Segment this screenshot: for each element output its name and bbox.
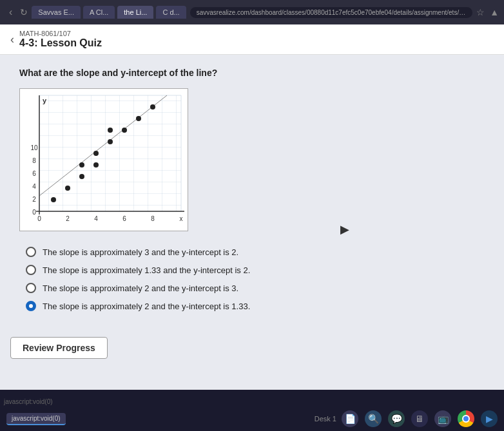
graph-container: 0 2 4 6 8 10 y 0 2 4 6 8 x: [19, 88, 188, 231]
svg-text:0: 0: [37, 215, 41, 222]
svg-text:4: 4: [32, 183, 36, 190]
svg-text:2: 2: [32, 196, 36, 203]
taskbar-search-icon[interactable]: 🔍: [365, 410, 382, 427]
browser-back-button[interactable]: ‹: [5, 5, 16, 19]
answer-choice-b[interactable]: The slope is approximately 1.33 and the …: [26, 265, 485, 275]
svg-text:4: 4: [94, 215, 98, 222]
browser-action-icons: ☆ ▲: [476, 7, 499, 17]
radio-c[interactable]: [26, 283, 36, 293]
graph-svg: 0 2 4 6 8 10 y 0 2 4 6 8 x: [20, 89, 188, 231]
browser-tab-4[interactable]: C d...: [156, 6, 186, 19]
header-info: MATH-8061/107 4-3: Lesson Quiz: [19, 30, 102, 49]
svg-point-26: [122, 128, 127, 133]
answer-choice-d[interactable]: The slope is approximately 2 and the y-i…: [26, 301, 485, 311]
answer-text-a: The slope is approximately 3 and the y-i…: [43, 247, 238, 257]
browser-bar: ‹ ↻ Savvas E... A Cl... the Li... C d...…: [0, 0, 504, 24]
review-progress-button[interactable]: Review Progress: [10, 337, 108, 359]
url-bar[interactable]: savvasrealize.com/dashboard/classes/0088…: [190, 7, 472, 18]
taskbar-file-icon[interactable]: 📄: [342, 410, 358, 427]
svg-point-24: [108, 139, 113, 144]
browser-tabs: Savvas E... A Cl... the Li... C d...: [32, 6, 186, 19]
taskbar-screen-icon[interactable]: 📺: [434, 410, 451, 427]
answer-choice-a[interactable]: The slope is approximately 3 and the y-i…: [26, 247, 485, 257]
main-content: What are the slope and y-intercept of th…: [0, 55, 504, 390]
svg-text:6: 6: [122, 215, 126, 222]
taskbar: javascript:void(0) Desk 1 📄 🔍 💬 🖥 📺 ▶: [0, 407, 504, 431]
taskbar-chrome-icon[interactable]: [458, 410, 474, 427]
radio-b[interactable]: [26, 265, 36, 275]
answer-text-b: The slope is approximately 1.33 and the …: [43, 265, 250, 275]
question-text: What are the slope and y-intercept of th…: [19, 68, 485, 78]
svg-point-18: [51, 197, 56, 202]
radio-a[interactable]: [26, 247, 36, 257]
taskbar-chat-icon[interactable]: 💬: [388, 410, 405, 427]
review-progress-area: Review Progress: [10, 337, 108, 359]
answer-choice-c[interactable]: The slope is approximately 2 and the y-i…: [26, 283, 485, 293]
browser-tab-3[interactable]: the Li...: [117, 6, 153, 19]
svg-text:6: 6: [32, 170, 36, 177]
svg-point-25: [108, 128, 113, 133]
svg-text:8: 8: [151, 215, 155, 222]
taskbar-browser-item[interactable]: javascript:void(0): [6, 413, 66, 425]
extension-icon[interactable]: ▲: [490, 7, 499, 17]
svg-text:8: 8: [32, 157, 36, 164]
taskbar-window-icon[interactable]: 🖥: [411, 410, 428, 427]
browser-refresh-button[interactable]: ↻: [20, 7, 28, 17]
svg-text:2: 2: [66, 215, 70, 222]
browser-tab-2[interactable]: A Cl...: [83, 6, 115, 19]
back-button[interactable]: ‹: [10, 33, 14, 46]
svg-point-23: [93, 162, 99, 168]
svg-rect-1: [39, 95, 181, 211]
radio-d-inner: [29, 304, 33, 308]
svg-point-19: [65, 186, 70, 191]
answer-text-c: The slope is approximately 2 and the y-i…: [43, 283, 238, 293]
answer-choices: The slope is approximately 3 and the y-i…: [26, 247, 485, 311]
svg-point-21: [79, 174, 84, 179]
svg-point-20: [79, 162, 84, 168]
course-code: MATH-8061/107: [19, 30, 102, 37]
svg-point-22: [93, 151, 99, 156]
cursor: ▶: [340, 222, 349, 236]
svg-text:0: 0: [32, 209, 36, 216]
svg-point-28: [150, 104, 155, 110]
svg-text:10: 10: [30, 144, 38, 151]
answer-text-d: The slope is approximately 2 and the y-i…: [43, 302, 250, 311]
desk-label: Desk 1: [315, 415, 336, 423]
taskbar-icons: 📄 🔍 💬 🖥 📺 ▶: [342, 410, 498, 427]
svg-point-27: [136, 116, 141, 121]
taskbar-play-icon[interactable]: ▶: [481, 410, 498, 427]
svg-text:y: y: [43, 97, 47, 104]
svg-text:x: x: [180, 215, 183, 222]
lesson-title: 4-3: Lesson Quiz: [19, 37, 102, 49]
js-void-label: javascript:void(0): [0, 397, 57, 407]
radio-d[interactable]: [26, 301, 36, 311]
page-header: ‹ MATH-8061/107 4-3: Lesson Quiz: [0, 24, 504, 55]
bookmark-icon[interactable]: ☆: [476, 7, 485, 17]
browser-tab-1[interactable]: Savvas E...: [32, 6, 81, 19]
